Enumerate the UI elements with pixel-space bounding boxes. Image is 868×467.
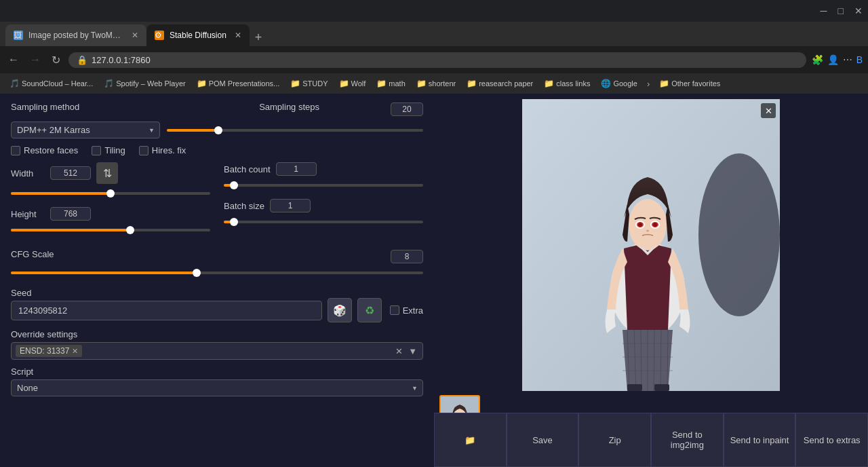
bookmarks-more-icon[interactable]: › — [644, 79, 652, 89]
seed-row: 🎲 ♻ Extra — [11, 298, 423, 322]
batch-count-slider[interactable] — [224, 179, 423, 192]
width-slider[interactable] — [11, 187, 210, 200]
sampling-method-wrapper[interactable]: DPM++ 2M Karras — [11, 122, 160, 138]
google-icon: 🌐 — [601, 79, 611, 88]
close-btn[interactable]: ✕ — [854, 5, 863, 16]
close-image-button[interactable]: ✕ — [761, 103, 776, 118]
shortenr-folder-icon: 📁 — [416, 79, 427, 88]
lock-icon: 🔒 — [77, 55, 87, 65]
override-clear-btn[interactable]: ✕ — [394, 346, 404, 356]
batch-size-value[interactable]: 1 — [270, 199, 311, 212]
cfg-scale-value[interactable]: 8 — [391, 250, 423, 263]
bookmark-classlinks[interactable]: 📁 class links — [540, 77, 594, 90]
window-controls[interactable]: ─ □ ✕ — [821, 5, 863, 16]
batch-size-thumb[interactable] — [230, 218, 238, 226]
override-tag-close[interactable]: ✕ — [72, 347, 78, 356]
width-value[interactable]: 512 — [50, 166, 91, 180]
height-value[interactable]: 768 — [50, 207, 91, 221]
address-bar-row: ← → ↻ 🔒 127.0.0.1:7860 🧩 👤 ⋯ B — [0, 46, 868, 73]
bookmark-research[interactable]: 📁 reasearch paper — [462, 77, 537, 90]
sampling-steps-value[interactable]: 20 — [391, 102, 423, 116]
override-dropdown-btn[interactable]: ▼ — [407, 346, 418, 356]
sampling-steps-slider[interactable] — [167, 124, 423, 137]
image-container: ✕ — [522, 99, 780, 391]
send-to-img2img-button[interactable]: Send to img2img — [651, 413, 724, 467]
sampling-method-select[interactable]: DPM++ 2M Karras — [11, 122, 160, 138]
bookmark-math-label: math — [389, 79, 405, 88]
svg-rect-22 — [654, 384, 669, 391]
dimensions-batch-row: Width 512 ⇅ Height 768 — [11, 162, 423, 244]
browser-toolbar-icons: 🧩 👤 ⋯ B — [812, 54, 863, 65]
bookmark-pom[interactable]: 📁 POM Presentations... — [193, 77, 284, 90]
bookmark-wolf[interactable]: 📁 Wolf — [335, 77, 370, 90]
override-settings-container[interactable]: ENSD: 31337 ✕ ✕ ▼ — [11, 342, 423, 360]
seed-input[interactable] — [11, 301, 322, 320]
tab-2-close[interactable]: ✕ — [235, 31, 241, 40]
bing-icon[interactable]: B — [856, 54, 863, 65]
right-panel: ✕ 📁 Save Zip Send to img2img Send to inp… — [434, 94, 868, 467]
height-track — [11, 229, 210, 231]
tiling-checkbox[interactable]: Tiling — [92, 145, 125, 155]
tab-2[interactable]: ⚙ Stable Diffusion ✕ — [146, 24, 250, 46]
save-button[interactable]: Save — [507, 413, 579, 467]
batch-size-track — [224, 221, 423, 223]
height-slider[interactable] — [11, 223, 210, 237]
sampling-steps-thumb[interactable] — [214, 126, 222, 134]
left-panel: Sampling method Sampling steps 20 DPM++ … — [0, 94, 434, 467]
svg-point-1 — [698, 153, 780, 316]
address-bar[interactable]: 🔒 127.0.0.1:7860 — [68, 52, 806, 68]
zip-button[interactable]: Zip — [578, 413, 651, 467]
batch-col: Batch count 1 Batch size 1 — [224, 162, 423, 244]
batch-size-slider[interactable] — [224, 215, 423, 229]
extra-checkbox[interactable]: Extra — [390, 305, 423, 316]
svg-point-10 — [646, 230, 649, 232]
seed-label: Seed — [11, 288, 31, 298]
open-folder-button[interactable]: 📁 — [434, 413, 507, 467]
bookmark-shortenr[interactable]: 📁 shortenr — [412, 77, 460, 90]
width-label: Width — [11, 168, 45, 179]
bookmark-spotify[interactable]: 🎵 Spotify – Web Player — [100, 77, 190, 90]
maximize-btn[interactable]: □ — [838, 5, 844, 16]
batch-count-value[interactable]: 1 — [276, 162, 317, 176]
cfg-scale-label: CFG Scale — [11, 249, 54, 259]
restore-faces-checkbox[interactable]: Restore faces — [11, 145, 78, 155]
checkbox-group: Restore faces Tiling Hires. fix — [11, 145, 423, 155]
tab-2-label: Stable Diffusion — [170, 31, 226, 40]
forward-btn[interactable]: → — [27, 52, 43, 67]
reload-btn[interactable]: ↻ — [49, 52, 63, 68]
dice-btn[interactable]: 🎲 — [328, 298, 352, 322]
new-tab-button[interactable]: + — [250, 29, 268, 46]
tab-1-close[interactable]: ✕ — [132, 31, 138, 40]
profile-icon[interactable]: 👤 — [827, 54, 839, 65]
send-to-extras-button[interactable]: Send to extras — [795, 413, 868, 467]
script-dropdown-wrapper[interactable]: None — [11, 379, 423, 396]
batch-count-thumb[interactable] — [230, 181, 238, 189]
extensions-icon[interactable]: 🧩 — [812, 54, 823, 65]
tab-1[interactable]: 🖼 Image posted by TwoMoreTimes... ✕ — [5, 24, 146, 46]
bookmark-math[interactable]: 📁 math — [372, 77, 409, 90]
bookmark-other-favorites[interactable]: 📁 Other favorites — [655, 77, 724, 90]
sampling-steps-fill — [167, 129, 218, 132]
bookmark-spotify-label: Spotify – Web Player — [116, 79, 186, 88]
script-label: Script — [11, 367, 33, 377]
minimize-btn[interactable]: ─ — [821, 5, 827, 16]
back-btn[interactable]: ← — [5, 52, 22, 67]
bookmark-soundcloud[interactable]: 🎵 SoundCloud – Hear... — [5, 77, 97, 90]
more-icon[interactable]: ⋯ — [843, 54, 852, 65]
swap-dimensions-button[interactable]: ⇅ — [96, 162, 118, 184]
width-thumb[interactable] — [106, 189, 115, 198]
bookmark-study[interactable]: 📁 STUDY — [286, 77, 332, 90]
send-to-inpaint-button[interactable]: Send to inpaint — [724, 413, 796, 467]
bottom-action-bar: 📁 Save Zip Send to img2img Send to inpai… — [434, 413, 868, 467]
cfg-scale-slider[interactable] — [11, 266, 423, 280]
batch-size-row: Batch size 1 — [224, 199, 423, 212]
cfg-scale-thumb[interactable] — [193, 269, 201, 277]
other-fav-folder-icon: 📁 — [659, 79, 669, 88]
recycle-btn[interactable]: ♻ — [357, 298, 382, 322]
height-thumb[interactable] — [126, 226, 134, 234]
script-select[interactable]: None — [11, 379, 423, 396]
bookmark-google[interactable]: 🌐 Google — [597, 77, 641, 90]
spotify-icon: 🎵 — [104, 79, 114, 88]
hires-fix-checkbox[interactable]: Hires. fix — [139, 145, 186, 155]
tab-1-label: Image posted by TwoMoreTimes... — [28, 31, 123, 40]
